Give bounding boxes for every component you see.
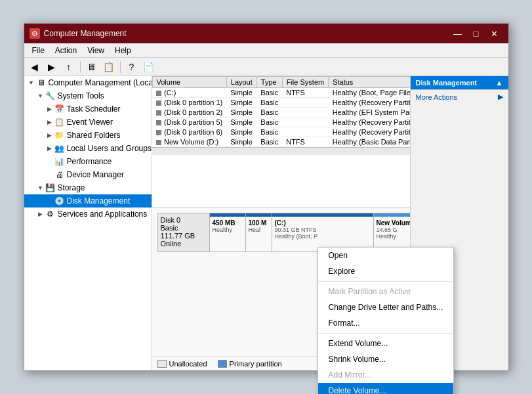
- sidebar-item-disk-management[interactable]: 💿 Disk Management: [24, 194, 152, 208]
- cell-type: Basic: [256, 108, 282, 118]
- up-button[interactable]: ↑: [61, 60, 77, 74]
- sidebar-item-shared-folders[interactable]: ▶ 📁 Shared Folders: [24, 129, 152, 142]
- disk-mgmt-expand-icon: [45, 196, 54, 206]
- table-row[interactable]: (C:) Simple Basic NTFS Healthy (Boot, Pa…: [152, 88, 410, 98]
- event-viewer-icon: 📋: [54, 117, 65, 127]
- ctx-shrink[interactable]: Shrink Volume...: [318, 351, 454, 367]
- system-tools-expand-icon: ▼: [36, 91, 45, 100]
- back-button[interactable]: ◀: [27, 60, 43, 74]
- storage-label: Storage: [58, 183, 85, 192]
- col-status[interactable]: Status: [329, 77, 410, 88]
- table-row[interactable]: (Disk 0 partition 5) Simple Basic Health…: [152, 118, 410, 127]
- device-manager-icon: 🖨: [54, 169, 65, 180]
- cell-status: Healthy (Boot, Page File, Crash Dump, Ba…: [329, 88, 410, 98]
- performance-label: Performance: [67, 157, 112, 166]
- sidebar-item-services[interactable]: ▶ ⚙ Services and Applications: [24, 208, 152, 221]
- partition-recovery-1[interactable]: 450 MB Healthy: [210, 213, 246, 252]
- table-row[interactable]: New Volume (D:) Simple Basic NTFS Health…: [152, 137, 410, 147]
- cell-type: Basic: [256, 137, 282, 147]
- col-type[interactable]: Type: [256, 77, 282, 88]
- partition-c[interactable]: (C:) 90.31 GB NTFS Healthy (Boot, P: [272, 213, 374, 252]
- partition-efi[interactable]: 100 M Heal: [246, 213, 272, 252]
- storage-icon: 💾: [45, 183, 56, 193]
- disk-mgmt-label: Disk Management: [67, 196, 131, 206]
- properties-toolbar-button[interactable]: 📋: [101, 60, 117, 74]
- disk-0-type: Basic: [161, 224, 207, 232]
- window-title: Computer Management: [44, 29, 449, 38]
- task-scheduler-icon: 📅: [54, 104, 65, 114]
- menu-action[interactable]: Action: [50, 45, 82, 56]
- sidebar-item-device-manager[interactable]: 🖨 Device Manager: [24, 168, 152, 181]
- more-actions-arrow: ▶: [498, 93, 503, 101]
- partition-c-size: 90.31 GB NTFS: [275, 227, 371, 233]
- actions-header-label: Disk Management: [416, 79, 478, 87]
- sidebar-item-system-tools[interactable]: ▼ 🔧 System Tools: [24, 89, 152, 102]
- task-scheduler-label: Task Scheduler: [67, 104, 121, 114]
- col-layout[interactable]: Layout: [226, 77, 256, 88]
- volume-table-area[interactable]: Volume Layout Type File System Status (C…: [152, 76, 410, 208]
- cell-volume: (Disk 0 partition 6): [152, 127, 226, 137]
- event-viewer-label: Event Viewer: [67, 118, 113, 127]
- cell-status: Healthy (Basic Data Partition): [329, 137, 410, 147]
- ctx-extend[interactable]: Extend Volume...: [318, 336, 454, 351]
- local-users-label: Local Users and Groups: [67, 144, 152, 153]
- legend-primary-label: Primary partition: [230, 360, 282, 368]
- legend-unallocated-box: [157, 360, 167, 368]
- legend-unallocated-label: Unallocated: [169, 360, 207, 368]
- cell-volume: (Disk 0 partition 1): [152, 98, 226, 108]
- sidebar-item-storage[interactable]: ▼ 💾 Storage: [24, 181, 152, 194]
- ctx-delete-volume[interactable]: Delete Volume...: [318, 383, 454, 394]
- cell-type: Basic: [256, 98, 282, 108]
- disk-0-partitions: 450 MB Healthy 100 M Heal (C:) 90.31 GB …: [210, 213, 410, 252]
- ctx-explore[interactable]: Explore: [318, 263, 454, 279]
- services-expand-icon: ▶: [36, 209, 45, 219]
- sidebar-item-performance[interactable]: 📊 Performance: [24, 155, 152, 168]
- services-label: Services and Applications: [58, 209, 148, 219]
- cell-volume: (Disk 0 partition 5): [152, 118, 226, 127]
- device-manager-label: Device Manager: [67, 170, 124, 179]
- table-scrollbar[interactable]: [152, 147, 410, 155]
- table-row[interactable]: (Disk 0 partition 6) Simple Basic Health…: [152, 127, 410, 137]
- sidebar-root-label: Computer Management (Local: [49, 78, 152, 87]
- sidebar-item-event-viewer[interactable]: ▶ 📋 Event Viewer: [24, 116, 152, 129]
- new-volume-size: 14.65 G: [377, 227, 410, 233]
- action-more-actions[interactable]: More Actions ▶: [411, 90, 508, 104]
- context-menu: Open Explore Mark Partition as Active Ch…: [317, 247, 455, 394]
- menu-help[interactable]: Help: [110, 45, 136, 56]
- col-fs[interactable]: File System: [282, 77, 328, 88]
- actions-header-arrow: ▲: [496, 79, 503, 87]
- menu-view[interactable]: View: [82, 45, 110, 56]
- help-toolbar-button[interactable]: ?: [124, 60, 140, 74]
- volume-table: Volume Layout Type File System Status (C…: [152, 76, 410, 147]
- table-row[interactable]: (Disk 0 partition 1) Simple Basic Health…: [152, 98, 410, 108]
- new-volume-name: New Volume: [377, 219, 410, 227]
- legend-primary: Primary partition: [218, 360, 282, 368]
- shared-folders-icon: 📁: [54, 130, 65, 141]
- menu-file[interactable]: File: [27, 45, 50, 56]
- minimize-button[interactable]: —: [449, 27, 466, 40]
- ctx-format[interactable]: Format...: [318, 315, 454, 331]
- cell-layout: Simple: [226, 127, 256, 137]
- ctx-open[interactable]: Open: [318, 248, 454, 263]
- ctx-change-drive[interactable]: Change Drive Letter and Paths...: [318, 299, 454, 315]
- sidebar-root[interactable]: ▼ 🖥 Computer Management (Local: [24, 76, 152, 89]
- cell-volume: (C:): [152, 88, 226, 98]
- show-hide-button[interactable]: 🖥: [84, 60, 100, 74]
- forward-button[interactable]: ▶: [44, 60, 60, 74]
- sidebar-item-local-users[interactable]: ▶ 👥 Local Users and Groups: [24, 142, 152, 155]
- shared-folders-label: Shared Folders: [67, 131, 121, 140]
- partition-new-volume[interactable]: New Volume 14.65 G Healthy: [374, 213, 410, 252]
- sidebar-item-task-scheduler[interactable]: ▶ 📅 Task Scheduler: [24, 102, 152, 116]
- cell-layout: Simple: [226, 118, 256, 127]
- close-button[interactable]: ✕: [486, 27, 503, 40]
- table-row[interactable]: (Disk 0 partition 2) Simple Basic Health…: [152, 108, 410, 118]
- disk-0-name: Disk 0: [161, 216, 207, 224]
- partition-2-status: Heal: [249, 227, 269, 233]
- export-button[interactable]: 📄: [141, 60, 157, 74]
- new-volume-status: Healthy: [377, 233, 410, 240]
- cell-volume: New Volume (D:): [152, 137, 226, 147]
- maximize-button[interactable]: □: [468, 27, 485, 40]
- system-tools-icon: 🔧: [45, 91, 56, 101]
- cell-type: Basic: [256, 118, 282, 127]
- col-volume[interactable]: Volume: [152, 77, 226, 88]
